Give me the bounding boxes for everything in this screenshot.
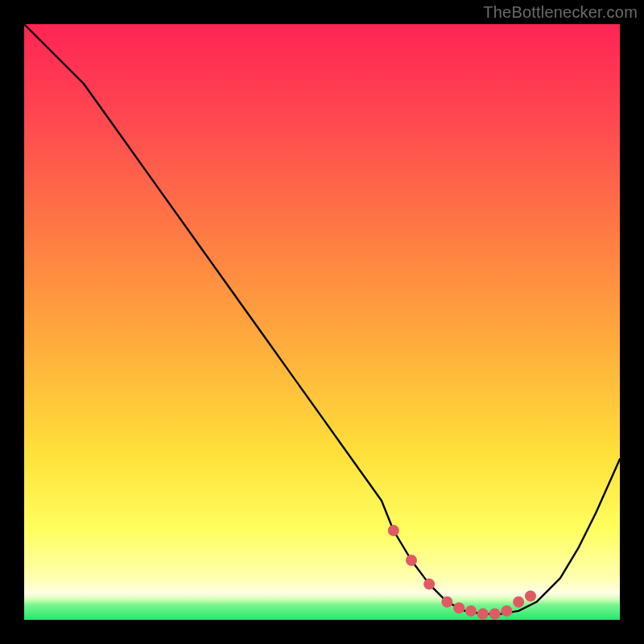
optimal-marker xyxy=(489,609,501,620)
optimal-marker xyxy=(513,597,524,608)
optimal-marker xyxy=(501,605,512,617)
optimal-marker xyxy=(388,525,399,536)
chart-frame: TheBottlenecker.com xyxy=(0,0,644,644)
optimal-marker xyxy=(423,579,435,590)
watermark-text: TheBottlenecker.com xyxy=(483,3,638,22)
optimal-marker xyxy=(441,597,452,608)
optimal-marker xyxy=(525,590,536,601)
plot-area xyxy=(24,24,620,620)
optimal-marker xyxy=(465,605,477,617)
bottleneck-curve xyxy=(24,24,620,620)
optimal-marker xyxy=(406,555,417,566)
optimal-marker xyxy=(477,609,489,620)
optimal-marker xyxy=(453,602,464,613)
